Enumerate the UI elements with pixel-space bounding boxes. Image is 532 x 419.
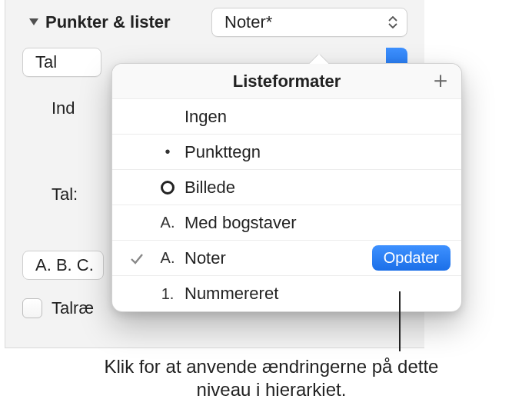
list-style-item-letters[interactable]: A. Med bogstaver [112,205,461,241]
popover-header: Listeformater ＋ [112,64,461,99]
list-type-value: Tal [35,52,57,72]
type-row: Tal [22,48,101,77]
list-style-item-label: Billede [185,178,451,198]
list-styles-popover: Listeformater ＋ Ingen • Punkttegn Billed… [111,63,462,312]
update-style-button[interactable]: Opdater [372,245,451,271]
list-style-item-label: Punkttegn [185,142,451,162]
callout-text: Klik for at anvende ændringerne på dette… [75,355,467,401]
callout-leader-line [399,291,401,351]
bullet-preview: A. [151,214,185,231]
talraek-row: Talræ [22,298,94,318]
svg-marker-0 [29,18,38,25]
popover-title: Listeformater [233,71,341,91]
list-style-item-image[interactable]: Billede [112,170,461,205]
bullet-preview: A. [151,249,185,267]
number-format-select[interactable]: A. B. C. [22,251,104,280]
add-style-button[interactable]: ＋ [429,68,452,91]
list-style-item-none[interactable]: Ingen [112,99,461,135]
circle-bullet-icon [161,181,175,195]
section-header-row: Punkter & lister Noter* [5,8,424,37]
list-style-item-bullet[interactable]: • Punkttegn [112,135,461,170]
list-style-item-label: Nummereret [185,284,451,304]
updown-chevron-icon [388,16,397,28]
talraek-label: Talræ [52,298,94,318]
section-title: Punkter & lister [45,12,211,32]
list-style-item-label: Med bogstaver [185,213,451,233]
number-format-value: A. B. C. [35,255,94,275]
talraek-checkbox[interactable] [22,298,42,318]
indentation-label: Ind [52,98,75,118]
bullet-preview: • [151,143,185,161]
bullet-preview [151,181,185,195]
numbers-label: Tal: [52,185,78,205]
list-type-select[interactable]: Tal [22,48,101,77]
bullet-preview: 1. [151,285,185,303]
list-style-value: Noter* [224,12,272,32]
list-style-select[interactable]: Noter* [211,8,407,37]
list-style-item-numbered[interactable]: 1. Nummereret [112,276,461,311]
list-style-item-label: Noter [185,248,366,268]
check-icon [123,251,151,266]
list-style-item-label: Ingen [185,107,451,127]
disclosure-triangle-icon[interactable] [28,16,39,28]
list-style-item-noter[interactable]: A. Noter Opdater [112,241,461,276]
